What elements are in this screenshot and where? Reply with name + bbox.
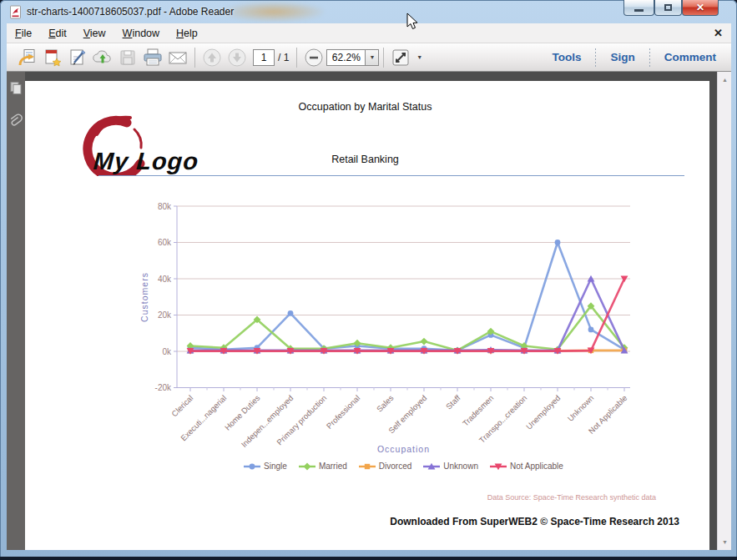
svg-text:Sales: Sales xyxy=(375,393,396,414)
next-page-button[interactable] xyxy=(225,46,250,69)
legend-item: Divorced xyxy=(359,462,411,471)
fill-sign-button[interactable] xyxy=(65,46,90,69)
sign-panel-tab[interactable]: Sign xyxy=(603,51,641,63)
toolbar-overflow-icon[interactable]: ▼ xyxy=(416,54,422,60)
legend-item: Married xyxy=(299,462,347,471)
legend-label: Not Applicable xyxy=(510,462,563,471)
maximize-button[interactable] xyxy=(654,0,682,16)
tools-panel-tab[interactable]: Tools xyxy=(545,51,588,63)
svg-text:80k: 80k xyxy=(158,202,172,211)
company-logo: My Logo xyxy=(72,111,230,176)
legend-label: Divorced xyxy=(379,462,411,471)
svg-text:Unemployed: Unemployed xyxy=(524,393,562,431)
adobe-reader-window: str-charts-1400718605037.pdf - Adobe Rea… xyxy=(0,0,737,560)
svg-text:40k: 40k xyxy=(158,275,172,284)
menu-help[interactable]: Help xyxy=(168,24,206,43)
svg-text:60k: 60k xyxy=(158,238,172,247)
menu-file[interactable]: File xyxy=(7,24,40,43)
scroll-down-button[interactable]: ▼ xyxy=(718,536,732,548)
toolbar-separator xyxy=(296,48,297,68)
svg-text:Professional: Professional xyxy=(325,393,362,431)
legend-label: Single xyxy=(264,462,287,471)
zoom-level-input[interactable] xyxy=(326,49,365,66)
close-document-icon[interactable]: ✕ xyxy=(714,27,723,39)
menu-edit[interactable]: Edit xyxy=(40,24,75,43)
maximize-icon xyxy=(664,4,672,11)
legend-marker-icon xyxy=(244,462,260,471)
page-up-icon xyxy=(202,48,222,68)
minimize-button[interactable] xyxy=(623,0,654,16)
svg-text:Occupation: Occupation xyxy=(377,444,430,454)
print-icon xyxy=(142,48,164,68)
page-down-icon xyxy=(227,48,247,68)
previous-page-button[interactable] xyxy=(199,46,225,69)
panel-separator xyxy=(595,48,596,67)
svg-text:Customers: Customers xyxy=(139,272,149,322)
chart-legend: SingleMarriedDivorcedUnknownNot Applicab… xyxy=(109,462,699,471)
data-source-note: Data Source: Space-Time Research synthet… xyxy=(487,493,656,502)
minimize-icon xyxy=(634,9,644,12)
open-button[interactable] xyxy=(15,46,40,69)
fill-sign-icon xyxy=(68,48,88,68)
open-icon xyxy=(18,48,38,68)
zoom-out-button[interactable] xyxy=(301,46,326,69)
legend-marker-icon xyxy=(359,462,376,471)
svg-text:Unknown: Unknown xyxy=(566,393,596,423)
pdf-page: Occupation by Marital Status My Logo Ret… xyxy=(25,81,709,550)
document-pane: Occupation by Marital Status My Logo Ret… xyxy=(7,72,731,550)
paperclip-icon xyxy=(9,111,23,126)
email-button[interactable] xyxy=(165,46,190,69)
line-chart: 80k60k40k20k0k-20kClericalExecuti...nage… xyxy=(109,189,699,458)
save-button[interactable] xyxy=(115,46,140,69)
fit-page-icon xyxy=(391,48,411,68)
window-title: str-charts-1400718605037.pdf - Adobe Rea… xyxy=(27,6,234,18)
legend-item: Not Applicable xyxy=(490,462,563,471)
legend-marker-icon xyxy=(490,462,507,471)
pdf-file-icon xyxy=(8,5,23,19)
panel-separator xyxy=(649,48,650,67)
svg-text:Tradesmen: Tradesmen xyxy=(461,393,496,428)
toolbar: / 1 ▼ ▼ Tools Sign Comment xyxy=(7,43,731,72)
scroll-down-icon: ▼ xyxy=(722,539,728,545)
zoom-dropdown-button[interactable]: ▼ xyxy=(365,49,379,66)
email-icon xyxy=(167,48,189,68)
legend-label: Unknown xyxy=(443,462,478,471)
download-footer: Downloaded From SuperWEB2 © Space-Time R… xyxy=(390,516,679,527)
svg-text:Staff: Staff xyxy=(444,393,462,411)
svg-text:Clerical: Clerical xyxy=(169,393,194,418)
create-pdf-icon xyxy=(43,48,63,68)
fit-page-button[interactable] xyxy=(388,46,413,69)
comment-panel-tab[interactable]: Comment xyxy=(658,51,723,63)
attachments-button[interactable] xyxy=(8,110,23,127)
navigation-sidebar xyxy=(7,72,25,550)
scroll-up-icon: ▲ xyxy=(722,77,728,83)
close-icon: ✕ xyxy=(696,2,704,13)
svg-text:-20k: -20k xyxy=(155,383,172,392)
page-number-input[interactable] xyxy=(253,49,275,66)
report-subtitle: Retail Banking xyxy=(25,154,705,165)
send-cloud-button[interactable] xyxy=(90,46,115,69)
svg-text:0k: 0k xyxy=(162,347,172,356)
svg-text:20k: 20k xyxy=(158,310,172,320)
title-bar[interactable]: str-charts-1400718605037.pdf - Adobe Rea… xyxy=(0,0,737,23)
legend-label: Married xyxy=(319,462,347,471)
header-divider xyxy=(98,175,684,176)
page-thumbnails-button[interactable] xyxy=(8,79,23,96)
toolbar-separator xyxy=(194,48,195,68)
close-button[interactable]: ✕ xyxy=(682,0,719,16)
save-icon xyxy=(118,48,138,68)
scroll-up-button[interactable]: ▲ xyxy=(718,73,732,86)
legend-item: Single xyxy=(244,462,287,471)
create-pdf-button[interactable] xyxy=(40,46,65,69)
cloud-upload-icon xyxy=(92,48,114,68)
zoom-out-icon xyxy=(304,48,324,68)
print-button[interactable] xyxy=(140,46,165,69)
chevron-down-icon: ▼ xyxy=(369,54,375,60)
page-total-label: / 1 xyxy=(278,52,289,63)
vertical-scrollbar[interactable]: ▲ ▼ xyxy=(717,72,731,550)
legend-marker-icon xyxy=(299,462,315,471)
mouse-cursor xyxy=(406,13,420,31)
menu-window[interactable]: Window xyxy=(114,24,168,43)
menu-view[interactable]: View xyxy=(75,24,114,43)
legend-marker-icon xyxy=(423,462,440,471)
